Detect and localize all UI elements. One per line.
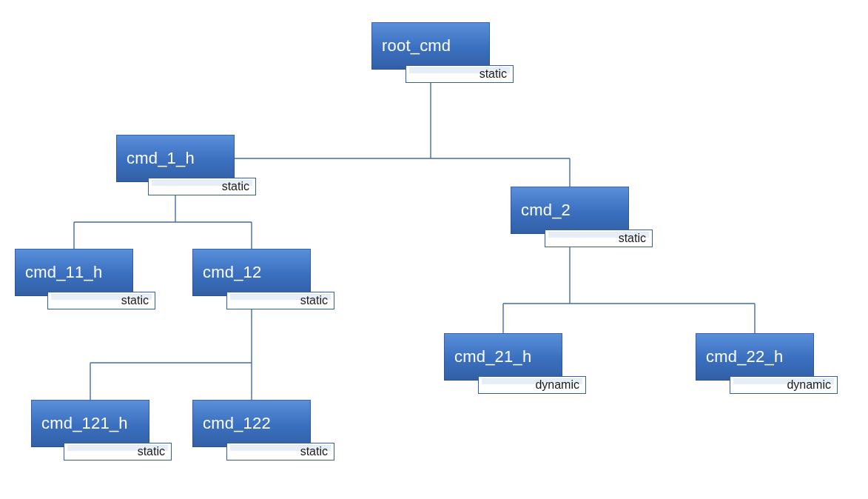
tag-label: static xyxy=(300,294,328,307)
tag-label: static xyxy=(480,67,507,80)
node-label: cmd_122 xyxy=(203,415,271,432)
node-cmd-22-h: cmd_22_h xyxy=(696,333,814,381)
tag-root-cmd: static xyxy=(406,65,514,83)
tag-cmd-1-h: static xyxy=(148,178,256,195)
tag-label: static xyxy=(300,445,328,458)
node-label: root_cmd xyxy=(382,37,451,55)
node-label: cmd_21_h xyxy=(454,348,531,366)
tag-cmd-22-h: dynamic xyxy=(730,376,838,394)
tag-label: dynamic xyxy=(787,378,831,391)
node-label: cmd_11_h xyxy=(25,264,102,281)
node-label: cmd_22_h xyxy=(706,348,783,366)
node-cmd-121-h: cmd_121_h xyxy=(31,400,149,447)
tag-label: dynamic xyxy=(535,378,579,391)
tag-cmd-11-h: static xyxy=(47,292,155,309)
node-label: cmd_12 xyxy=(203,264,261,281)
node-label: cmd_1_h xyxy=(127,150,195,167)
tag-cmd-121-h: static xyxy=(64,443,172,461)
tag-cmd-122: static xyxy=(226,443,334,461)
node-label: cmd_2 xyxy=(521,201,571,219)
node-cmd-2: cmd_2 xyxy=(511,187,629,234)
tag-cmd-2: static xyxy=(545,230,653,247)
diagram-stage: root_cmd static cmd_1_h static cmd_2 sta… xyxy=(0,0,868,499)
tag-cmd-12: static xyxy=(226,292,334,309)
tag-label: static xyxy=(222,180,249,192)
node-cmd-1-h: cmd_1_h xyxy=(116,135,235,182)
node-cmd-21-h: cmd_21_h xyxy=(444,333,562,381)
tag-label: static xyxy=(619,232,646,244)
node-root-cmd: root_cmd xyxy=(371,22,490,70)
node-label: cmd_121_h xyxy=(41,415,128,432)
tag-label: static xyxy=(121,294,149,307)
node-cmd-11-h: cmd_11_h xyxy=(15,249,133,296)
node-cmd-122: cmd_122 xyxy=(192,400,311,447)
tag-cmd-21-h: dynamic xyxy=(478,376,586,394)
node-cmd-12: cmd_12 xyxy=(192,249,311,296)
tag-label: static xyxy=(138,445,165,458)
